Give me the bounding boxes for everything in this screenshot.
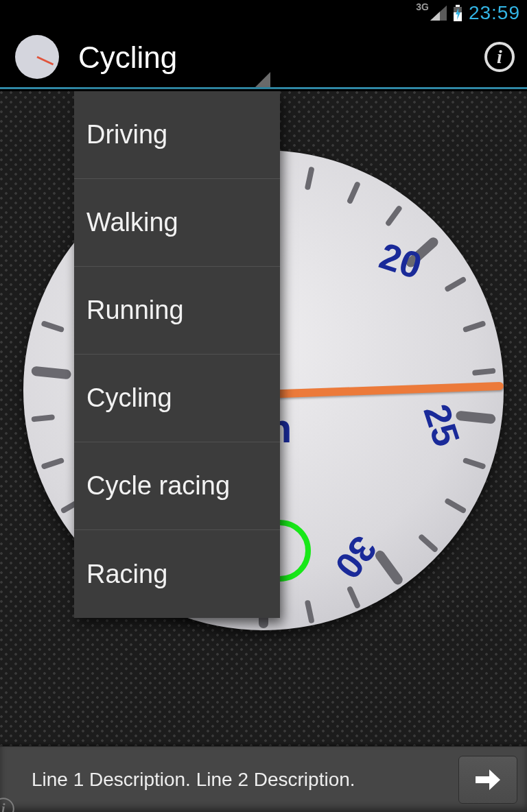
gauge-number: 20	[375, 234, 427, 287]
arrow-right-icon	[474, 768, 502, 791]
battery-icon	[452, 5, 463, 21]
status-bar: 3G 23:59	[0, 0, 527, 26]
dropdown-item-label: Cycle racing	[86, 471, 230, 501]
app-icon	[15, 35, 59, 79]
action-bar: Cycling i	[0, 26, 527, 89]
network-indicator: 3G	[416, 1, 429, 12]
mode-dropdown: Driving Walking Running Cycling Cycle ra…	[74, 91, 280, 618]
dropdown-item-label: Cycling	[86, 383, 172, 413]
footer-bar: Line 1 Description. Line 2 Description.	[0, 746, 527, 812]
dropdown-item-cycle-racing[interactable]: Cycle racing	[74, 442, 280, 530]
dropdown-item-racing[interactable]: Racing	[74, 530, 280, 618]
info-icon: i	[484, 42, 515, 72]
dropdown-item-walking[interactable]: Walking	[74, 179, 280, 267]
clock: 23:59	[469, 2, 520, 24]
next-button[interactable]	[458, 756, 517, 804]
footer-text: Line 1 Description. Line 2 Description.	[32, 769, 355, 791]
dropdown-item-running[interactable]: Running	[74, 267, 280, 355]
info-button[interactable]: i	[484, 42, 515, 72]
mode-spinner-label: Cycling	[78, 40, 177, 75]
dropdown-item-cycling[interactable]: Cycling	[74, 355, 280, 442]
mode-spinner[interactable]: Cycling	[78, 26, 270, 87]
svg-rect-1	[456, 5, 460, 7]
spinner-indicator-icon	[255, 72, 270, 87]
gauge-number: 30	[327, 528, 386, 586]
dropdown-item-label: Racing	[86, 560, 167, 589]
signal-icon	[430, 5, 447, 21]
dropdown-item-label: Driving	[86, 120, 167, 150]
dropdown-item-driving[interactable]: Driving	[74, 91, 280, 179]
dropdown-item-label: Walking	[86, 208, 178, 237]
dropdown-item-label: Running	[86, 296, 184, 325]
